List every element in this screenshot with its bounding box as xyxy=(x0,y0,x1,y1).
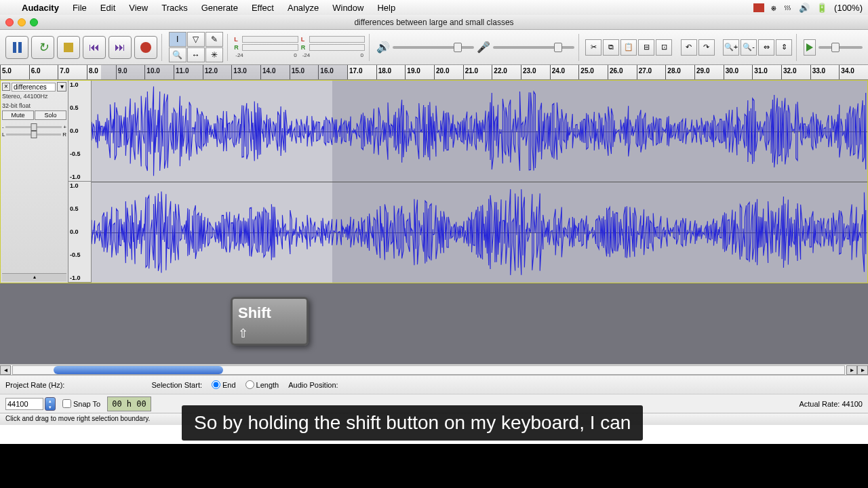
undo-button[interactable]: ↶ xyxy=(681,39,697,56)
volume-icon[interactable]: 🔊 xyxy=(799,3,810,13)
wifi-icon[interactable]: ᯾ xyxy=(783,3,792,13)
trim-button[interactable]: ⊟ xyxy=(638,39,654,56)
track-close-button[interactable]: × xyxy=(2,83,10,91)
battery-percent: (100%) xyxy=(834,3,863,13)
track-pan-slider[interactable] xyxy=(6,134,61,136)
scroll-right2-button[interactable]: ▸ xyxy=(857,365,868,375)
menu-edit[interactable]: Edit xyxy=(94,3,122,13)
envelope-tool[interactable]: ▽ xyxy=(187,32,205,47)
scroll-right-button[interactable]: ▸ xyxy=(846,365,857,375)
input-volume-slider[interactable] xyxy=(493,46,574,49)
menu-analyze[interactable]: Analyze xyxy=(281,3,326,13)
horizontal-scrollbar[interactable]: ◂ ▸ ▸ xyxy=(0,364,868,375)
track-control-panel: × differences ▾ Stereo, 44100Hz 32-bit f… xyxy=(1,81,68,283)
menu-help[interactable]: Help xyxy=(370,3,402,13)
shift-arrow-icon: ⇧ xyxy=(238,326,301,341)
app-name-menu[interactable]: Audacity xyxy=(15,3,66,13)
playback-speed-slider[interactable] xyxy=(818,46,863,49)
battery-icon[interactable]: 🔋 xyxy=(816,3,827,13)
record-button[interactable] xyxy=(134,36,157,59)
selection-tool[interactable]: I xyxy=(169,32,186,47)
track-format: Stereo, 44100Hz xyxy=(2,93,66,100)
track-collapse-button[interactable]: ▴ xyxy=(2,273,66,281)
play-loop-button[interactable]: ↻ xyxy=(31,36,54,59)
playback-meter[interactable]: L R -240 xyxy=(234,34,298,61)
status-icon-1[interactable] xyxy=(753,3,764,12)
selection-start-field[interactable]: 00 h 00 xyxy=(107,396,151,411)
main-toolbar: ↻ ⏮ ⏭ I ▽ ✎ 🔍 ↔ ✳ L R -240 L R -240 🔊 xyxy=(0,30,868,65)
timeshift-tool[interactable]: ↔ xyxy=(187,47,205,62)
video-caption: So by holding the shift button on my key… xyxy=(182,405,643,441)
length-radio[interactable]: Length xyxy=(245,380,279,389)
amplitude-scale: 1.00.5 0.0-0.5 -1.0 1.00.5 0.0-0.5 -1.0 xyxy=(68,81,92,283)
paste-button[interactable]: 📋 xyxy=(620,39,637,56)
project-rate-label: Project Rate (Hz): xyxy=(5,381,64,389)
shift-key-overlay: Shift ⇧ xyxy=(231,297,309,346)
tools-grid: I ▽ ✎ 🔍 ↔ ✳ xyxy=(169,32,223,62)
selection-start-label: Selection Start: xyxy=(151,381,202,389)
status-message: Click and drag to move right selection b… xyxy=(5,415,150,424)
snap-to-label: Snap To xyxy=(73,400,100,408)
draw-tool[interactable]: ✎ xyxy=(205,32,223,47)
status-icon-2[interactable]: ⎈ xyxy=(771,3,776,13)
skip-start-button[interactable]: ⏮ xyxy=(83,36,106,59)
silence-button[interactable]: ⊡ xyxy=(656,39,672,56)
stop-button[interactable] xyxy=(57,36,80,59)
zoom-in-button[interactable]: 🔍+ xyxy=(723,39,739,56)
selection-bar: Project Rate (Hz): Selection Start: End … xyxy=(0,375,868,394)
menu-generate[interactable]: Generate xyxy=(195,3,245,13)
menu-tracks[interactable]: Tracks xyxy=(155,3,195,13)
edit-toolbar: ✂ ⧉ 📋 ⊟ ⊡ xyxy=(585,39,672,56)
record-meter[interactable]: L R -240 xyxy=(301,34,365,61)
project-rate-input[interactable] xyxy=(5,398,43,410)
input-volume-icon: 🎤 xyxy=(477,41,490,54)
menu-file[interactable]: File xyxy=(66,3,94,13)
zoom-out-button[interactable]: 🔍- xyxy=(741,39,757,56)
track-gain-slider[interactable] xyxy=(5,126,62,128)
multi-tool[interactable]: ✳ xyxy=(205,47,223,62)
snap-to-checkbox[interactable] xyxy=(62,399,71,408)
solo-button[interactable]: Solo xyxy=(35,110,66,120)
output-volume-icon: 🔊 xyxy=(376,41,390,54)
window-titlebar[interactable]: differences between large and small clas… xyxy=(0,15,868,30)
zoom-tool[interactable]: 🔍 xyxy=(169,47,186,62)
copy-button[interactable]: ⧉ xyxy=(603,39,619,56)
window-title: differences between large and small clas… xyxy=(0,18,868,27)
menu-window[interactable]: Window xyxy=(326,3,370,13)
menu-effect[interactable]: Effect xyxy=(245,3,281,13)
timeline-ruler[interactable]: 5.06.07.08.09.010.011.012.013.014.015.01… xyxy=(0,65,868,80)
redo-button[interactable]: ↷ xyxy=(698,39,715,56)
track-bits: 32-bit float xyxy=(2,102,66,109)
cut-button[interactable]: ✂ xyxy=(585,39,601,56)
output-volume-slider[interactable] xyxy=(393,46,474,49)
pause-button[interactable] xyxy=(5,36,28,59)
track-area: × differences ▾ Stereo, 44100Hz 32-bit f… xyxy=(0,80,868,283)
track-name[interactable]: differences xyxy=(12,83,56,92)
scrollbar-thumb[interactable] xyxy=(54,366,223,374)
project-rate-stepper[interactable]: ▴▾ xyxy=(45,397,56,411)
macos-menubar: Audacity File Edit View Tracks Generate … xyxy=(0,0,868,15)
transport-controls: ↻ ⏮ ⏭ xyxy=(5,36,157,59)
actual-rate-label: Actual Rate: 44100 xyxy=(799,400,863,408)
skip-end-button[interactable]: ⏭ xyxy=(108,36,132,59)
fit-project-button[interactable]: ⇕ xyxy=(776,39,792,56)
play-at-speed-button[interactable] xyxy=(804,39,816,56)
empty-track-area[interactable]: Shift ⇧ ◂ ▸ ▸ xyxy=(0,283,868,375)
track-menu-dropdown[interactable]: ▾ xyxy=(57,82,66,92)
end-radio[interactable]: End xyxy=(212,380,236,389)
mute-button[interactable]: Mute xyxy=(2,110,34,120)
menu-view[interactable]: View xyxy=(122,3,155,13)
audio-position-label: Audio Position: xyxy=(288,381,338,389)
fit-selection-button[interactable]: ⇔ xyxy=(758,39,774,56)
waveform-canvas[interactable] xyxy=(92,81,867,283)
scroll-left-button[interactable]: ◂ xyxy=(0,365,11,375)
